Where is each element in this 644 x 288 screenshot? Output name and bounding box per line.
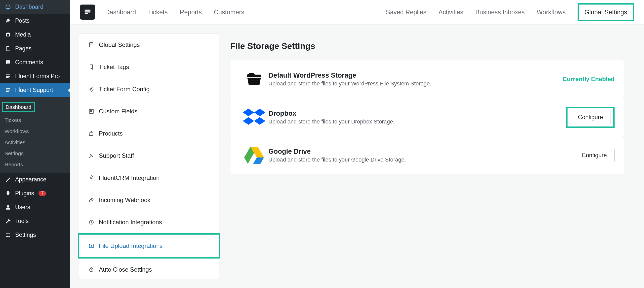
submenu-reports[interactable]: Reports — [0, 159, 70, 170]
settings-label: Auto Close Settings — [99, 266, 152, 273]
submenu-settings[interactable]: Settings — [0, 148, 70, 159]
sidebar-item-dashboard[interactable]: Dashboard — [0, 0, 70, 14]
submenu-label: Reports — [5, 162, 23, 167]
sidebar-item-pages[interactable]: Pages — [0, 42, 70, 55]
settings-label: Products — [99, 130, 123, 137]
support-icon — [5, 87, 12, 93]
sidebar-label: Posts — [15, 17, 30, 24]
settings-item-custom-fields[interactable]: Custom Fields — [79, 100, 219, 122]
sidebar-label: Plugins — [15, 190, 34, 197]
list-icon — [88, 108, 94, 114]
submenu-workflows[interactable]: Workflows — [0, 126, 70, 137]
settings-item-global[interactable]: Global Settings — [79, 34, 219, 56]
submenu-dashboard[interactable]: Dashboard — [0, 100, 70, 115]
nav-reports[interactable]: Reports — [180, 9, 202, 16]
sidebar-item-comments[interactable]: Comments — [0, 55, 70, 69]
document-icon — [88, 42, 94, 48]
dropbox-icon — [239, 106, 268, 129]
form-icon — [5, 73, 12, 80]
storage-info: Default WordPress Storage Upload and sto… — [268, 72, 562, 87]
sidebar-label: Pages — [15, 45, 31, 52]
sidebar-item-fluent-support[interactable]: Fluent Support — [0, 83, 70, 97]
storage-desc: Upload and store the files to your WordP… — [268, 80, 562, 87]
submenu-activities[interactable]: Activities — [0, 137, 70, 148]
storage-card-dropbox: Dropbox Upload and store the files to yo… — [230, 98, 624, 136]
sidebar-item-posts[interactable]: Posts — [0, 14, 70, 28]
nav-dashboard[interactable]: Dashboard — [105, 9, 136, 16]
plugins-badge: 7 — [38, 191, 46, 196]
camera-icon — [5, 31, 12, 38]
sidebar-item-plugins[interactable]: Plugins 7 — [0, 186, 70, 200]
nav-workflows[interactable]: Workflows — [537, 9, 566, 16]
storage-desc: Upload and store the files to your Dropb… — [268, 118, 566, 125]
sidebar-label: Fluent Support — [15, 87, 53, 93]
bag-icon — [88, 131, 94, 137]
sidebar-label: Comments — [15, 59, 43, 66]
storage-desc: Upload and store the files to your Googl… — [268, 156, 574, 163]
svg-point-3 — [91, 88, 92, 90]
settings-label: Support Staff — [99, 152, 134, 159]
sidebar-item-users[interactable]: Users — [0, 200, 70, 214]
upload-icon — [88, 243, 94, 249]
storage-card-wordpress: Default WordPress Storage Upload and sto… — [230, 60, 624, 98]
settings-item-products[interactable]: Products — [79, 122, 219, 145]
bookmark-icon — [88, 64, 94, 70]
configure-button[interactable]: Configure — [570, 111, 611, 124]
comment-icon — [5, 59, 12, 66]
settings-item-fluentcrm[interactable]: FluentCRM Integration — [79, 167, 219, 189]
settings-sidebar: Global Settings Ticket Tags Ticket Form … — [79, 34, 219, 279]
nav-right: Saved Replies Activities Business Inboxe… — [386, 3, 634, 21]
user-icon — [5, 204, 12, 211]
wrench-icon — [5, 218, 12, 225]
storage-title: Google Drive — [268, 148, 574, 155]
sidebar-item-settings[interactable]: Settings — [0, 228, 70, 242]
settings-label: Ticket Tags — [99, 63, 129, 71]
nav-customers[interactable]: Customers — [214, 9, 244, 16]
sidebar-submenu: Dashboard Tickets Workflows Activities S… — [0, 97, 70, 173]
settings-label: Custom Fields — [99, 108, 137, 115]
sliders-icon — [5, 232, 12, 238]
status-enabled: Currently Enabled — [562, 76, 615, 83]
nav-saved-replies[interactable]: Saved Replies — [386, 9, 426, 16]
sidebar-item-appearance[interactable]: Appearance — [0, 173, 70, 186]
settings-item-file-upload[interactable]: File Upload Integrations — [79, 235, 219, 257]
nav-global-settings[interactable]: Global Settings — [578, 3, 634, 21]
sidebar-label: Appearance — [15, 176, 46, 183]
storage-title: Default WordPress Storage — [268, 72, 562, 79]
page-icon — [5, 45, 12, 52]
svg-point-8 — [91, 177, 92, 179]
topbar: Dashboard Tickets Reports Customers Save… — [70, 0, 644, 24]
settings-item-notifications[interactable]: Notification Integrations — [79, 211, 219, 233]
configure-button[interactable]: Configure — [574, 149, 615, 162]
timer-icon — [88, 267, 94, 273]
main-content: File Storage Settings Default WordPress … — [219, 34, 635, 279]
settings-item-support-staff[interactable]: Support Staff — [79, 145, 219, 167]
highlighted-settings-item: File Upload Integrations — [78, 233, 220, 259]
settings-item-webhook[interactable]: Incoming Webhook — [79, 189, 219, 211]
settings-label: File Upload Integrations — [99, 242, 163, 249]
settings-label: Global Settings — [99, 41, 140, 48]
nav-left: Dashboard Tickets Reports Customers — [105, 9, 244, 16]
submenu-tickets[interactable]: Tickets — [0, 115, 70, 126]
settings-item-ticket-form-config[interactable]: Ticket Form Config — [79, 78, 219, 100]
sidebar-item-media[interactable]: Media — [0, 28, 70, 42]
google-drive-icon — [239, 144, 268, 167]
folder-icon — [239, 68, 268, 90]
sidebar-label: Dashboard — [15, 4, 44, 10]
highlighted-configure: Configure — [566, 107, 615, 128]
sidebar-item-tools[interactable]: Tools — [0, 214, 70, 228]
page-title: File Storage Settings — [230, 41, 624, 51]
sidebar-label: Fluent Forms Pro — [15, 73, 60, 80]
gear-icon — [88, 86, 94, 92]
nav-tickets[interactable]: Tickets — [148, 9, 168, 16]
nav-activities[interactable]: Activities — [438, 9, 463, 16]
sidebar-item-fluent-forms[interactable]: Fluent Forms Pro — [0, 69, 70, 83]
settings-item-ticket-tags[interactable]: Ticket Tags — [79, 56, 219, 78]
settings-item-auto-close[interactable]: Auto Close Settings — [79, 259, 219, 281]
submenu-label: Settings — [5, 150, 24, 156]
sidebar-label: Settings — [15, 232, 36, 238]
settings-label: Notification Integrations — [99, 219, 162, 226]
nav-business-inboxes[interactable]: Business Inboxes — [475, 9, 525, 16]
pin-icon — [5, 18, 12, 24]
person-icon — [88, 153, 94, 159]
